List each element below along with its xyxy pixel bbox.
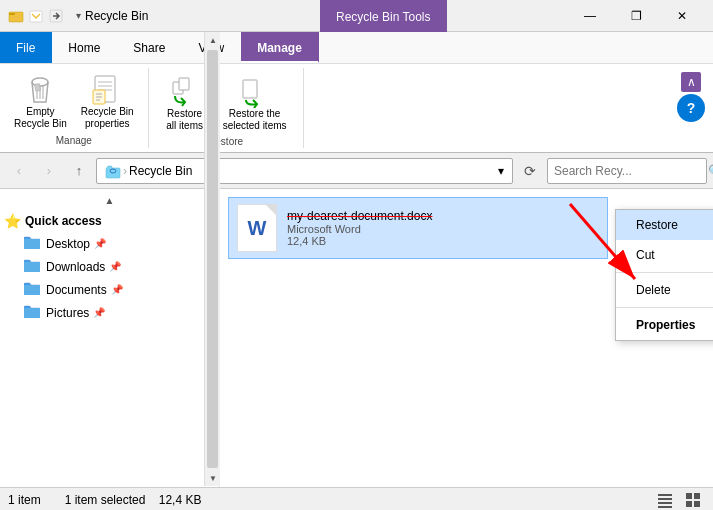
address-dropdown[interactable]: ▾ bbox=[498, 164, 504, 178]
search-input[interactable] bbox=[554, 164, 704, 178]
context-item-cut[interactable]: Cut bbox=[616, 240, 713, 270]
tab-manage[interactable]: Manage bbox=[241, 32, 319, 63]
ribbon-nav-area: ∧ ? bbox=[677, 72, 705, 122]
documents-folder-icon bbox=[24, 281, 40, 298]
sidebar: ▲ ⭐ Quick access Desktop 📌 » bbox=[0, 189, 220, 487]
main-area: ▲ ⭐ Quick access Desktop 📌 » bbox=[0, 189, 713, 487]
restore-selected-button[interactable]: Restore the selected items bbox=[215, 72, 295, 136]
sidebar-item-desktop-label: Desktop bbox=[46, 237, 90, 251]
ribbon-up-icon[interactable]: ∧ bbox=[681, 72, 701, 92]
restore-selected-icon bbox=[239, 76, 271, 108]
content-area: W my-dearest-document.docx Microsoft Wor… bbox=[220, 189, 713, 487]
title-bar-icons bbox=[8, 8, 64, 24]
svg-rect-28 bbox=[658, 494, 672, 496]
context-item-properties[interactable]: Properties bbox=[616, 310, 713, 340]
svg-rect-32 bbox=[686, 493, 692, 499]
sidebar-scrollbar: ▲ ▼ bbox=[204, 32, 220, 486]
details-view-button[interactable] bbox=[653, 490, 677, 510]
minimize-button[interactable]: — bbox=[567, 0, 613, 32]
pictures-folder-icon bbox=[24, 304, 40, 321]
file-app: Microsoft Word bbox=[287, 223, 599, 235]
empty-recycle-bin-icon bbox=[24, 74, 56, 106]
title-icon-3 bbox=[48, 8, 64, 24]
status-selected: 1 item selected 12,4 KB bbox=[65, 493, 202, 507]
search-field[interactable]: 🔍 bbox=[547, 158, 707, 184]
recycle-bin-properties-label: Recycle Bin properties bbox=[81, 106, 134, 130]
pin-icon-documents: 📌 bbox=[111, 284, 123, 295]
recycle-bin-svg bbox=[24, 74, 56, 106]
maximize-button[interactable]: ❐ bbox=[613, 0, 659, 32]
folder-svg-downloads bbox=[24, 258, 40, 272]
manage-group-label: Manage bbox=[56, 135, 92, 148]
back-button[interactable]: ‹ bbox=[6, 158, 32, 184]
folder-svg-documents bbox=[24, 281, 40, 295]
ribbon-content: Empty Recycle Bin bbox=[0, 64, 713, 152]
restore-selected-svg bbox=[239, 76, 271, 108]
folder-svg-pictures bbox=[24, 304, 40, 318]
empty-recycle-bin-button[interactable]: Empty Recycle Bin bbox=[8, 72, 73, 132]
context-item-restore[interactable]: Restore bbox=[616, 210, 713, 240]
svg-rect-24 bbox=[24, 285, 40, 295]
svg-rect-25 bbox=[24, 308, 40, 318]
pin-icon-pictures: 📌 bbox=[93, 307, 105, 318]
pin-icon-desktop: 📌 bbox=[94, 238, 106, 249]
tab-home[interactable]: Home bbox=[52, 32, 117, 63]
svg-rect-34 bbox=[686, 501, 692, 507]
star-icon: ⭐ bbox=[4, 213, 21, 229]
address-bar: ‹ › ↑ › Recycle Bin ▾ ⟳ 🔍 bbox=[0, 153, 713, 189]
search-icon: 🔍 bbox=[708, 164, 713, 178]
file-thumbnail: W bbox=[237, 204, 277, 252]
svg-rect-8 bbox=[35, 84, 41, 92]
tab-share[interactable]: Share bbox=[117, 32, 182, 63]
file-item[interactable]: W my-dearest-document.docx Microsoft Wor… bbox=[228, 197, 608, 259]
quick-access-label: Quick access bbox=[25, 214, 102, 228]
status-bar: 1 item 1 item selected 12,4 KB bbox=[0, 487, 713, 510]
svg-rect-31 bbox=[658, 506, 672, 508]
title-bar: ▾ Recycle Bin Recycle Bin Tools — ❐ ✕ bbox=[0, 0, 713, 32]
ribbon-help-area: ∧ ? bbox=[669, 68, 713, 148]
help-button[interactable]: ? bbox=[677, 94, 705, 122]
title-bar-separator: ▾ bbox=[76, 10, 81, 21]
up-button[interactable]: ↑ bbox=[66, 158, 92, 184]
folder-svg-desktop bbox=[24, 235, 40, 249]
svg-rect-33 bbox=[694, 493, 700, 499]
properties-svg bbox=[91, 74, 123, 106]
title-icon-2 bbox=[28, 8, 44, 24]
pin-icon-downloads: 📌 bbox=[109, 261, 121, 272]
title-icon-1 bbox=[8, 8, 24, 24]
file-thumb-fold bbox=[266, 205, 276, 215]
address-path: Recycle Bin bbox=[129, 164, 192, 178]
sidebar-item-pictures[interactable]: Pictures 📌 » bbox=[0, 301, 219, 324]
forward-button[interactable]: › bbox=[36, 158, 62, 184]
sidebar-item-downloads[interactable]: Downloads 📌 » bbox=[0, 255, 219, 278]
svg-rect-29 bbox=[658, 498, 672, 500]
restore-selected-label: Restore the selected items bbox=[223, 108, 287, 132]
scroll-thumb[interactable] bbox=[207, 50, 218, 468]
tab-file[interactable]: File bbox=[0, 32, 52, 63]
scroll-down-button[interactable]: ▼ bbox=[205, 470, 221, 486]
desktop-folder-icon bbox=[24, 235, 40, 252]
refresh-button[interactable]: ⟳ bbox=[517, 158, 543, 184]
recycle-bin-properties-button[interactable]: Recycle Bin properties bbox=[75, 72, 140, 132]
file-info: my-dearest-document.docx Microsoft Word … bbox=[287, 209, 599, 247]
downloads-folder-icon bbox=[24, 258, 40, 275]
close-button[interactable]: ✕ bbox=[659, 0, 705, 32]
window-controls[interactable]: — ❐ ✕ bbox=[567, 0, 705, 32]
file-name: my-dearest-document.docx bbox=[287, 209, 599, 223]
svg-rect-1 bbox=[9, 13, 15, 15]
svg-rect-19 bbox=[179, 78, 189, 90]
ribbon-tools-tab: Recycle Bin Tools bbox=[320, 0, 447, 32]
address-field[interactable]: › Recycle Bin ▾ bbox=[96, 158, 513, 184]
sidebar-item-pictures-label: Pictures bbox=[46, 306, 89, 320]
sidebar-item-documents[interactable]: Documents 📌 » bbox=[0, 278, 219, 301]
sidebar-item-desktop[interactable]: Desktop 📌 » bbox=[0, 232, 219, 255]
restore-all-icon bbox=[169, 76, 201, 108]
svg-rect-30 bbox=[658, 502, 672, 504]
large-icons-view-button[interactable] bbox=[681, 490, 705, 510]
sidebar-scroll-up[interactable]: ▲ bbox=[0, 193, 219, 208]
recycle-bin-properties-icon bbox=[91, 74, 123, 106]
scroll-up-button[interactable]: ▲ bbox=[205, 32, 221, 48]
quick-access-header[interactable]: ⭐ Quick access bbox=[0, 210, 219, 232]
context-item-delete[interactable]: Delete bbox=[616, 275, 713, 305]
restore-all-svg bbox=[169, 76, 201, 108]
